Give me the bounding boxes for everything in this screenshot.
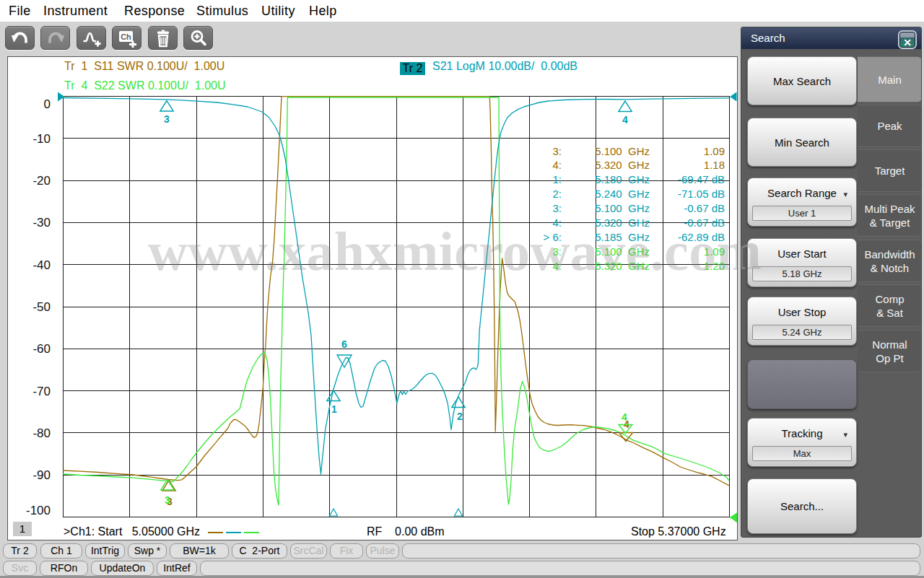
svg-text:3: 3 xyxy=(165,494,170,506)
svg-text:-50: -50 xyxy=(32,300,51,314)
svg-text:6: 6 xyxy=(341,338,347,350)
svg-text:-70: -70 xyxy=(32,385,51,398)
svg-text:0: 0 xyxy=(44,97,51,111)
svg-text:4: 4 xyxy=(622,114,628,126)
svg-text:4: 4 xyxy=(622,411,627,423)
svg-text:-20: -20 xyxy=(32,174,51,188)
svg-text:-40: -40 xyxy=(32,258,51,272)
svg-text:-80: -80 xyxy=(32,426,51,440)
svg-text:-100: -100 xyxy=(26,504,51,517)
svg-text:-10: -10 xyxy=(32,132,51,146)
svg-text:-30: -30 xyxy=(32,216,51,229)
svg-text:2: 2 xyxy=(457,411,463,422)
svg-text:3: 3 xyxy=(164,113,170,125)
svg-text:1: 1 xyxy=(331,403,337,415)
svg-text:Ch: Ch xyxy=(121,32,131,40)
svg-text:-60: -60 xyxy=(32,342,51,356)
svg-text:-90: -90 xyxy=(32,468,51,482)
